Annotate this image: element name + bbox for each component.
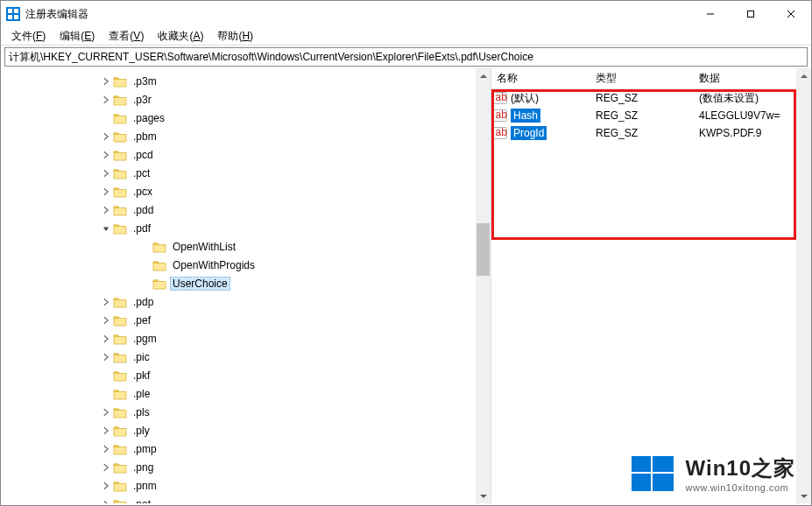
tree-item-label: .pdp: [131, 295, 156, 309]
tree-scrollbar[interactable]: [476, 68, 491, 503]
tree-item[interactable]: .pnm: [71, 476, 491, 495]
tree-item[interactable]: .pic: [71, 348, 491, 366]
expand-icon[interactable]: [99, 74, 113, 88]
tree-item[interactable]: .pbm: [71, 127, 491, 145]
value-name: Hash: [511, 109, 540, 123]
column-data[interactable]: 数据: [694, 71, 811, 86]
expand-icon[interactable]: [99, 313, 113, 327]
tree-item[interactable]: .p3m: [71, 72, 491, 90]
menu-view[interactable]: 查看(V): [102, 27, 151, 46]
scroll-up-icon[interactable]: [476, 68, 491, 83]
tree-item-label: UserChoice: [170, 277, 230, 291]
tree-item[interactable]: .pcx: [71, 182, 491, 200]
folder-icon: [113, 112, 127, 124]
tree-pane[interactable]: .p3m.p3r.pages.pbm.pcd.pct.pcx.pdd.pdfOp…: [1, 68, 491, 503]
folder-icon: [113, 130, 127, 143]
folder-icon: [113, 204, 127, 216]
string-value-icon: [493, 92, 507, 104]
collapse-icon[interactable]: [99, 221, 113, 235]
value-row[interactable]: ProgIdREG_SZKWPS.PDF.9: [491, 124, 811, 142]
address-bar[interactable]: 计算机\HKEY_CURRENT_USER\Software\Microsoft…: [4, 47, 808, 67]
expand-icon[interactable]: [99, 405, 113, 419]
tree-item[interactable]: .pls: [71, 403, 491, 421]
watermark-title: Win10之家: [686, 454, 795, 482]
tree-item[interactable]: .pgm: [71, 329, 491, 348]
scroll-down-icon[interactable]: [796, 488, 811, 503]
tree-item[interactable]: .pct: [71, 164, 491, 182]
tree-item[interactable]: .pages: [71, 109, 491, 127]
expand-icon[interactable]: [99, 424, 113, 438]
folder-icon: [113, 406, 127, 418]
tree-item[interactable]: .pkf: [71, 366, 491, 384]
close-button[interactable]: [771, 1, 811, 27]
menu-file[interactable]: 文件(F): [4, 27, 53, 46]
folder-icon: [113, 351, 127, 363]
watermark: Win10之家 www.win10xitong.com: [626, 447, 795, 500]
scroll-up-icon[interactable]: [796, 68, 811, 83]
folder-icon: [113, 369, 127, 382]
list-header: 名称 类型 数据: [491, 68, 811, 89]
app-icon: [6, 7, 20, 21]
folder-icon: [113, 388, 127, 400]
expand-icon[interactable]: [99, 185, 113, 199]
column-name[interactable]: 名称: [491, 71, 590, 86]
expand-icon[interactable]: [99, 479, 113, 493]
value-row[interactable]: (默认)REG_SZ(数值未设置): [491, 89, 811, 107]
tree-item-label: OpenWithProgids: [170, 258, 258, 272]
titlebar: 注册表编辑器: [1, 1, 811, 27]
string-value-icon: [493, 127, 507, 139]
expand-icon[interactable]: [99, 166, 113, 180]
tree-item-label: .pgm: [131, 332, 159, 346]
tree-item-label: .pdf: [131, 221, 153, 235]
tree-item-label: .pcd: [131, 148, 156, 162]
folder-icon: [113, 222, 127, 235]
tree-item[interactable]: .pdd: [71, 200, 491, 219]
tree-item[interactable]: .png: [71, 458, 491, 476]
list-scrollbar[interactable]: [796, 68, 811, 503]
expand-icon[interactable]: [99, 497, 113, 504]
menubar: 文件(F) 编辑(E) 查看(V) 收藏夹(A) 帮助(H): [1, 27, 811, 46]
values-pane[interactable]: 名称 类型 数据 (默认)REG_SZ(数值未设置)HashREG_SZ4LEG…: [491, 68, 811, 503]
column-type[interactable]: 类型: [590, 71, 694, 86]
expand-icon[interactable]: [99, 148, 113, 162]
tree-item-label: .pct: [131, 166, 152, 180]
folder-icon: [113, 75, 127, 88]
menu-help[interactable]: 帮助(H): [210, 27, 260, 46]
tree-item[interactable]: .ple: [71, 384, 491, 403]
value-data: KWPS.PDF.9: [694, 127, 811, 139]
expand-icon[interactable]: [99, 442, 113, 456]
menu-edit[interactable]: 编辑(E): [53, 27, 102, 46]
tree-item[interactable]: .pmp: [71, 439, 491, 458]
menu-favorites[interactable]: 收藏夹(A): [151, 27, 210, 46]
tree-item[interactable]: .ply: [71, 421, 491, 439]
value-row[interactable]: HashREG_SZ4LEGGLU9V7w=: [491, 107, 811, 124]
tree-item[interactable]: .pdp: [71, 292, 491, 311]
folder-icon: [113, 425, 127, 437]
tree-item-label: .pic: [131, 350, 152, 364]
tree-item[interactable]: UserChoice: [71, 274, 491, 292]
tree-item[interactable]: OpenWithList: [71, 237, 491, 256]
folder-icon: [113, 314, 127, 327]
expand-icon[interactable]: [99, 130, 113, 144]
tree-item[interactable]: .pdf: [71, 219, 491, 237]
value-name: (默认): [511, 91, 539, 106]
expand-icon[interactable]: [99, 295, 113, 309]
tree-item[interactable]: OpenWithProgids: [71, 256, 491, 274]
expand-icon[interactable]: [99, 203, 113, 217]
folder-icon: [113, 498, 127, 504]
minimize-button[interactable]: [690, 1, 731, 27]
tree-item-label: .pbm: [131, 130, 159, 144]
tree-item[interactable]: .pef: [71, 311, 491, 329]
expand-icon[interactable]: [99, 350, 113, 364]
tree-item-label: .ply: [131, 424, 152, 438]
value-type: REG_SZ: [590, 127, 694, 139]
maximize-button[interactable]: [731, 1, 771, 27]
scroll-down-icon[interactable]: [476, 488, 491, 503]
expand-icon[interactable]: [99, 332, 113, 346]
tree-item[interactable]: .pot: [71, 495, 491, 503]
tree-item[interactable]: .p3r: [71, 90, 491, 109]
tree-item[interactable]: .pcd: [71, 145, 491, 164]
expand-icon[interactable]: [99, 460, 113, 474]
folder-icon: [152, 259, 166, 271]
expand-icon[interactable]: [99, 93, 113, 107]
